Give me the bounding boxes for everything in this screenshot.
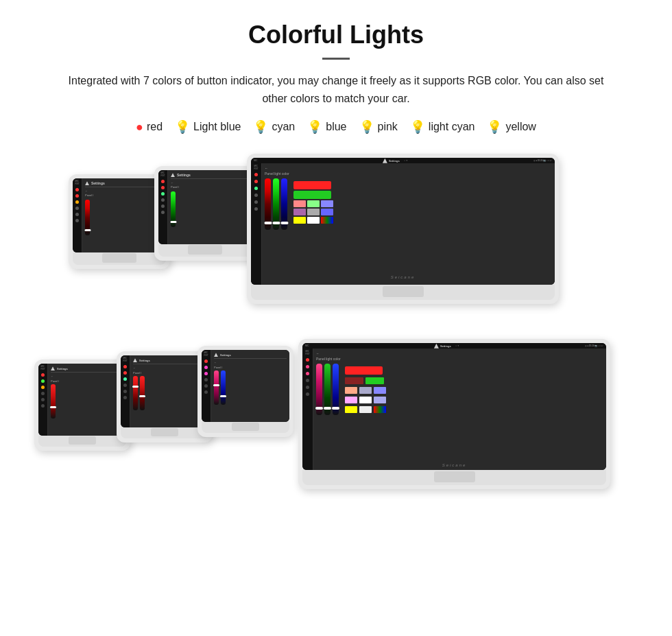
color-item-red: ● red xyxy=(136,120,163,134)
color-label-cyan: cyan xyxy=(272,121,295,133)
page-title: Colorful Lights xyxy=(27,21,645,49)
color-item-lightblue: 💡 Light blue xyxy=(175,119,241,134)
bulb-lightblue-icon: 💡 xyxy=(175,119,190,134)
panel-label-2: Panel l xyxy=(171,185,249,189)
device-bottom-3: MICRST Setting xyxy=(197,346,293,437)
watermark-bottom: Seicane xyxy=(442,463,467,467)
device-top-3-large: MIC Settings ☼ ✦ ◎ ♦ 20:24 📷 ♪ □ ↩ xyxy=(247,154,559,304)
color-label-lightblue: Light blue xyxy=(193,121,241,133)
color-legend: ● red 💡 Light blue 💡 cyan 💡 blue 💡 pink … xyxy=(27,119,645,134)
title-divider xyxy=(322,58,350,60)
top-row: MICRST Setting xyxy=(27,154,645,332)
device-bottom-4-large: MIC Settings ☼ ✦ ◎ ♦ 20:24 📷 ♪ □ ↩ xyxy=(298,339,610,489)
color-item-pink: 💡 pink xyxy=(359,119,398,134)
bulb-yellow-icon: 💡 xyxy=(487,119,502,134)
color-item-yellow: 💡 yellow xyxy=(487,119,536,134)
color-label-yellow: yellow xyxy=(505,121,536,133)
bulb-cyan-icon: 💡 xyxy=(253,119,268,134)
screen-title-1: Settings xyxy=(91,181,105,185)
color-item-lightcyan: 💡 light cyan xyxy=(410,119,475,134)
bulb-pink-icon: 💡 xyxy=(359,119,374,134)
panel-label-1: Panel l xyxy=(85,193,163,197)
device-bottom-1: MICRST Setting xyxy=(34,360,130,451)
color-label-red: red xyxy=(147,121,163,133)
bottom-row: MICRST Setting xyxy=(27,339,645,521)
screen-title-2: Settings xyxy=(177,173,191,177)
bulb-red-icon: ● xyxy=(136,120,143,134)
bulb-blue-icon: 💡 xyxy=(307,119,322,134)
panel-light-color-label: Panel light color xyxy=(265,172,289,176)
devices-section: MICRST Setting xyxy=(27,154,645,521)
bulb-lightcyan-icon: 💡 xyxy=(410,119,425,134)
page-container: Colorful Lights Integrated with 7 colors… xyxy=(0,0,672,548)
color-item-cyan: 💡 cyan xyxy=(253,119,295,134)
color-item-blue: 💡 blue xyxy=(307,119,346,134)
color-label-lightcyan: light cyan xyxy=(429,121,475,133)
device-top-2: MICRST Setting xyxy=(154,166,256,261)
watermark-top: Seicane xyxy=(251,275,555,279)
description: Integrated with 7 colors of button indic… xyxy=(55,72,617,107)
color-label-blue: blue xyxy=(326,121,346,133)
color-label-pink: pink xyxy=(378,121,398,133)
